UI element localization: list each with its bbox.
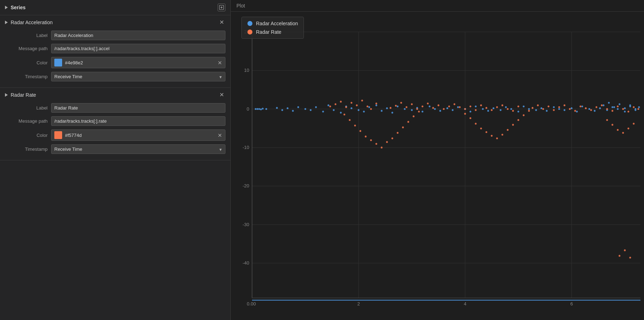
svg-point-85 bbox=[589, 108, 590, 110]
svg-point-66 bbox=[475, 106, 477, 107]
timestamp-label-2: Timestamp bbox=[5, 146, 48, 152]
svg-point-131 bbox=[411, 103, 413, 105]
series-name-2: Radar Rate bbox=[11, 92, 36, 98]
series-close-button-2[interactable]: ✕ bbox=[218, 91, 225, 98]
legend-label-radar-acceleration: Radar Acceleration bbox=[256, 21, 298, 26]
svg-point-159 bbox=[502, 134, 503, 135]
color-row-1: Color ✕ bbox=[0, 55, 230, 70]
svg-point-91 bbox=[624, 111, 626, 112]
svg-point-78 bbox=[546, 110, 548, 112]
svg-point-182 bbox=[622, 108, 624, 110]
svg-point-53 bbox=[397, 106, 399, 107]
svg-point-49 bbox=[376, 105, 377, 106]
svg-point-36 bbox=[298, 106, 299, 108]
svg-point-52 bbox=[392, 112, 393, 113]
series-collapse-icon-1[interactable] bbox=[5, 21, 8, 24]
color-hex-input-1[interactable] bbox=[65, 60, 215, 65]
svg-point-130 bbox=[406, 106, 408, 108]
svg-point-81 bbox=[564, 109, 566, 111]
svg-point-145 bbox=[486, 107, 487, 109]
collapse-icon[interactable] bbox=[5, 6, 8, 9]
svg-point-67 bbox=[482, 108, 484, 110]
svg-point-116 bbox=[365, 135, 367, 137]
svg-point-140 bbox=[459, 106, 461, 108]
color-swatch-2[interactable] bbox=[54, 131, 62, 139]
svg-point-33 bbox=[282, 109, 283, 111]
label-input-2[interactable] bbox=[51, 103, 225, 113]
svg-point-160 bbox=[507, 129, 509, 131]
svg-point-95 bbox=[608, 102, 610, 103]
legend-item-radar-acceleration: Radar Acceleration bbox=[247, 21, 298, 26]
legend: Radar Acceleration Radar Rate bbox=[241, 17, 304, 39]
svg-point-86 bbox=[594, 110, 596, 112]
svg-text:0.00: 0.00 bbox=[247, 301, 256, 306]
svg-point-75 bbox=[528, 108, 530, 110]
legend-item-radar-rate: Radar Rate bbox=[247, 29, 298, 35]
svg-point-50 bbox=[381, 110, 383, 112]
svg-point-73 bbox=[518, 111, 519, 112]
svg-point-82 bbox=[571, 107, 573, 109]
color-field-1: ✕ bbox=[51, 57, 225, 68]
svg-point-185 bbox=[638, 108, 639, 110]
svg-point-124 bbox=[408, 121, 409, 123]
svg-point-167 bbox=[542, 108, 544, 110]
svg-point-183 bbox=[628, 111, 629, 112]
svg-text:4: 4 bbox=[464, 301, 466, 306]
svg-point-191 bbox=[633, 123, 635, 124]
svg-point-128 bbox=[395, 105, 397, 107]
svg-text:0: 0 bbox=[247, 106, 249, 111]
svg-point-112 bbox=[344, 113, 345, 115]
series-block-radar-acceleration: Radar Acceleration ✕ Label Message path … bbox=[0, 15, 230, 88]
series-collapse-icon-2[interactable] bbox=[5, 93, 8, 97]
msg-path-input-2[interactable] bbox=[51, 116, 225, 126]
svg-point-28 bbox=[258, 108, 260, 110]
svg-point-147 bbox=[496, 106, 498, 108]
svg-point-117 bbox=[370, 139, 372, 141]
svg-point-153 bbox=[470, 117, 471, 119]
svg-point-137 bbox=[443, 108, 445, 110]
plot-area[interactable]: 20 10 0 -10 -20 -30 -40 0.00 2 4 6 bbox=[231, 12, 644, 320]
svg-point-90 bbox=[617, 108, 619, 110]
series-block-header-1: Radar Acceleration ✕ bbox=[0, 15, 230, 29]
svg-point-74 bbox=[523, 106, 525, 107]
color-hex-input-2[interactable] bbox=[65, 133, 215, 138]
svg-point-119 bbox=[381, 146, 383, 148]
label-row-2: Label bbox=[0, 101, 230, 114]
svg-point-123 bbox=[402, 127, 404, 128]
timestamp-label-1: Timestamp bbox=[5, 74, 48, 79]
svg-point-69 bbox=[493, 107, 495, 109]
svg-point-59 bbox=[434, 108, 436, 110]
svg-point-127 bbox=[390, 107, 392, 109]
add-series-button[interactable] bbox=[218, 4, 225, 11]
svg-text:10: 10 bbox=[244, 68, 249, 73]
label-input-1[interactable] bbox=[51, 31, 225, 40]
label-row-1: Label bbox=[0, 29, 230, 42]
svg-point-155 bbox=[480, 128, 482, 129]
series-block-title-2: Radar Rate bbox=[5, 92, 36, 98]
svg-point-29 bbox=[260, 108, 262, 110]
msg-path-input-1[interactable] bbox=[51, 44, 225, 53]
timestamp-select-2[interactable]: Receive Time Header Stamp Log Time bbox=[51, 144, 225, 154]
legend-label-radar-rate: Radar Rate bbox=[256, 29, 282, 35]
legend-dot-blue bbox=[247, 21, 252, 26]
svg-point-104 bbox=[340, 101, 342, 102]
color-clear-button-2[interactable]: ✕ bbox=[218, 133, 222, 138]
svg-point-129 bbox=[400, 102, 402, 103]
timestamp-select-wrapper-2: Receive Time Header Stamp Log Time ▾ bbox=[51, 144, 225, 154]
svg-text:2: 2 bbox=[357, 301, 360, 306]
svg-point-94 bbox=[603, 105, 605, 106]
color-swatch-1[interactable] bbox=[54, 59, 62, 66]
svg-point-57 bbox=[422, 111, 424, 112]
timestamp-select-1[interactable]: Receive Time Header Stamp Log Time bbox=[51, 72, 225, 81]
series-close-button-1[interactable]: ✕ bbox=[218, 19, 225, 26]
svg-point-106 bbox=[351, 102, 353, 103]
plot-header: Plot bbox=[231, 0, 644, 12]
svg-point-108 bbox=[361, 100, 363, 101]
left-panel: Series Radar Acceleration ✕ Label Messag… bbox=[0, 0, 231, 320]
svg-point-146 bbox=[491, 109, 493, 111]
color-clear-button-1[interactable]: ✕ bbox=[218, 60, 222, 65]
msg-path-row-2: Message path bbox=[0, 114, 230, 128]
plot-svg: 20 10 0 -10 -20 -30 -40 0.00 2 4 6 bbox=[231, 12, 644, 320]
svg-point-126 bbox=[418, 111, 420, 112]
svg-text:6: 6 bbox=[570, 301, 573, 306]
